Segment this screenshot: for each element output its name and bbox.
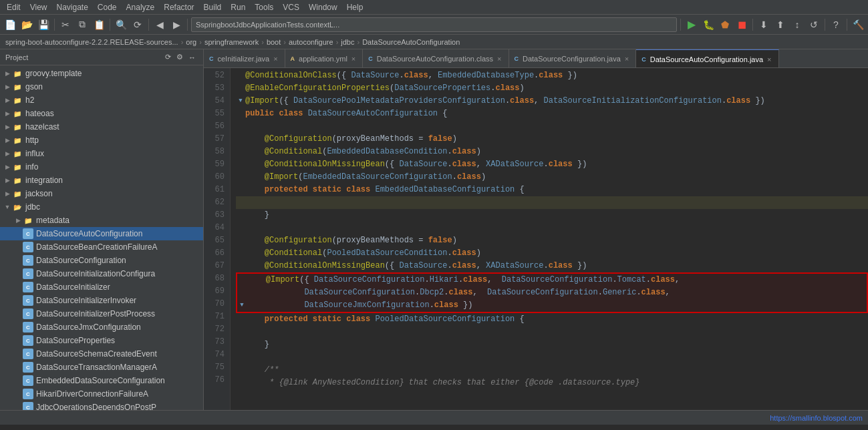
code-63-indent — [245, 209, 265, 222]
tree-item-ds-init-post[interactable]: C DataSourceInitializerPostProcess — [0, 307, 203, 320]
tree-item-ds-initializer[interactable]: C DataSourceInitializer — [0, 280, 203, 294]
tree-label-ds-auto: DataSourceAutoConfiguration — [36, 229, 142, 238]
code-71-cls: PooledDataSourceConfiguration — [375, 313, 519, 326]
tree-label-ds-txmgr: DataSourceTransactionManagerA — [36, 363, 157, 372]
tree-item-ds-bean[interactable]: C DataSourceBeanCreationFailureA — [0, 240, 203, 254]
code-content[interactable]: @ConditionalOnClass({ DataSource.class, … — [231, 68, 868, 410]
toolbar-vcs2[interactable]: ⬆ — [773, 17, 788, 32]
tree-item-ds-init-invoker[interactable]: C DataSourceInitializerInvoker — [0, 294, 203, 307]
tree-item-integration[interactable]: ▶ 📁 integration — [0, 174, 203, 187]
toolbar-open[interactable]: 📂 — [19, 17, 34, 32]
tab-ds-config-java[interactable]: C DataSourceConfiguration.java × — [509, 49, 637, 68]
breadcrumb-jdbc[interactable]: jdbc — [341, 38, 354, 46]
toolbar-help[interactable]: ? — [829, 17, 843, 32]
code-68-ann: @Import — [266, 274, 299, 286]
tree-label-info: info — [25, 162, 38, 172]
toolbar-replace[interactable]: ⟳ — [130, 17, 145, 32]
toolbar-paste[interactable]: 📋 — [92, 17, 106, 32]
menu-window[interactable]: Window — [305, 2, 341, 13]
breadcrumb-sep3: › — [261, 38, 264, 46]
toolbar-back[interactable]: ◀ — [152, 17, 167, 32]
tab-ds-class[interactable]: C DataSourceAutoConfiguration.class × — [363, 49, 509, 68]
menu-refactor[interactable]: Refactor — [160, 2, 198, 13]
code-73-p: } — [265, 339, 269, 351]
status-bar: https://smallinfo.blospot.com — [0, 410, 868, 425]
toolbar-save[interactable]: 💾 — [36, 17, 51, 32]
run-config-path[interactable] — [191, 17, 677, 32]
menu-analyze[interactable]: Analyze — [122, 2, 159, 13]
breadcrumb-org[interactable]: org — [186, 38, 196, 46]
menu-view[interactable]: View — [26, 2, 51, 13]
sidebar-action-expand[interactable]: ↔ — [186, 52, 198, 62]
tab-close-ds-config-java[interactable]: × — [623, 55, 630, 63]
toolbar-forward[interactable]: ▶ — [169, 17, 184, 32]
menu-vcs[interactable]: VCS — [279, 2, 303, 13]
tree-item-jackson[interactable]: ▶ 📁 jackson — [0, 187, 203, 200]
toolbar-copy[interactable]: ⧉ — [75, 17, 90, 32]
main-layout: Project ⟳ ⚙ ↔ ▶ 📁 groovy.template ▶ 📁 gs… — [0, 49, 868, 410]
menu-navigate[interactable]: Navigate — [52, 2, 92, 13]
tab-ds-auto-java[interactable]: C DataSourceAutoConfiguration.java × — [636, 49, 778, 68]
sidebar-action-gear[interactable]: ⚙ — [174, 52, 185, 62]
tree-item-ds-schema[interactable]: C DataSourceSchemaCreatedEvent — [0, 347, 203, 361]
code-line-72 — [236, 326, 868, 339]
tab-close-ds-class[interactable]: × — [496, 55, 502, 63]
code-line-75: /** — [236, 364, 868, 377]
breadcrumb-boot[interactable]: boot — [267, 38, 281, 46]
tree-item-ds-txmgr[interactable]: C DataSourceTransactionManagerA — [0, 361, 203, 374]
run-button[interactable]: ▶ — [684, 17, 699, 32]
tree-item-http[interactable]: ▶ 📁 http — [0, 134, 203, 147]
code-67-p2: , — [476, 260, 486, 272]
tree-item-groovy[interactable]: ▶ 📁 groovy.template — [0, 67, 203, 80]
code-54-ann: @Import — [245, 95, 279, 108]
menu-run[interactable]: Run — [227, 2, 249, 13]
tree-item-ds-init-config[interactable]: C DataSourceInitializationConfigura — [0, 267, 203, 280]
tab-close-ds-auto-java[interactable]: × — [766, 55, 772, 63]
tree-item-influx[interactable]: ▶ 📁 influx — [0, 147, 203, 160]
breadcrumb-autoconfigure[interactable]: autoconfigure — [289, 38, 333, 46]
tree-label-ds-init-post: DataSourceInitializerPostProcess — [36, 309, 155, 318]
tree-item-info[interactable]: ▶ 📁 info — [0, 160, 203, 174]
menu-code[interactable]: Code — [94, 2, 121, 13]
menu-tools[interactable]: Tools — [251, 2, 277, 13]
toolbar-vcs1[interactable]: ⬇ — [756, 17, 771, 32]
tree-item-datasource-auto[interactable]: C DataSourceAutoConfiguration — [0, 227, 203, 240]
tree-item-h2[interactable]: ▶ 📁 h2 — [0, 93, 203, 107]
gutter-70: ▼ — [237, 299, 247, 312]
tree-item-hikari-driver[interactable]: C HikariDriverConnectionFailureA — [0, 387, 203, 401]
tab-application-yml[interactable]: A application.yml × — [285, 49, 364, 68]
breadcrumb-spring-boot[interactable]: spring-boot-autoconfigure-2.2.2.RELEASE-… — [5, 38, 178, 46]
sidebar-action-sync[interactable]: ⟳ — [163, 52, 173, 62]
menu-help[interactable]: Help — [343, 2, 368, 13]
breadcrumb-datasource[interactable]: DataSourceAutoConfiguration — [362, 38, 460, 46]
tree-item-jdbc-ops[interactable]: C JdbcOperationsDependsOnPostP — [0, 401, 203, 410]
toolbar-build-proj[interactable]: 🔨 — [851, 17, 865, 32]
tree-item-hateoas[interactable]: ▶ 📁 hateoas — [0, 107, 203, 120]
code-71-p: { — [520, 313, 525, 326]
tree-item-gson[interactable]: ▶ 📁 gson — [0, 80, 203, 93]
tree-item-embedded-ds[interactable]: C EmbeddedDataSourceConfiguration — [0, 374, 203, 387]
stop-button[interactable]: ◼ — [734, 17, 749, 32]
menu-build[interactable]: Build — [200, 2, 226, 13]
code-67-p3: }) — [573, 260, 587, 272]
toolbar-vcs3[interactable]: ↕ — [790, 17, 805, 32]
toolbar-new[interactable]: 📄 — [3, 17, 17, 32]
tab-close-yml[interactable]: × — [350, 55, 357, 63]
toolbar-vcs4[interactable]: ↺ — [807, 17, 821, 32]
debug-button[interactable]: 🐛 — [701, 17, 716, 32]
tree-item-ds-jmx[interactable]: C DataSourceJmxConfiguration — [0, 320, 203, 334]
tree-item-ds-props[interactable]: C DataSourceProperties — [0, 334, 203, 347]
profile-button[interactable]: ⬟ — [718, 17, 732, 32]
tree-item-hazelcast[interactable]: ▶ 📁 hazelcast — [0, 120, 203, 134]
breadcrumb-springframework[interactable]: springframework — [204, 38, 259, 46]
tab-ceinitializer[interactable]: C ceInitializer.java × — [204, 49, 285, 68]
toolbar-find[interactable]: 🔍 — [114, 17, 128, 32]
tab-icon-yml: A — [291, 55, 295, 62]
toolbar-cut[interactable]: ✂ — [58, 17, 73, 32]
tree-item-jdbc[interactable]: ▼ 📂 jdbc — [0, 200, 203, 214]
code-59-d2: . — [544, 158, 549, 171]
menu-edit[interactable]: Edit — [3, 2, 25, 13]
tree-item-metadata[interactable]: ▶ 📁 metadata — [0, 214, 203, 227]
tree-item-ds-config[interactable]: C DataSourceConfiguration — [0, 254, 203, 267]
tab-close-ceinitializer[interactable]: × — [272, 55, 279, 63]
